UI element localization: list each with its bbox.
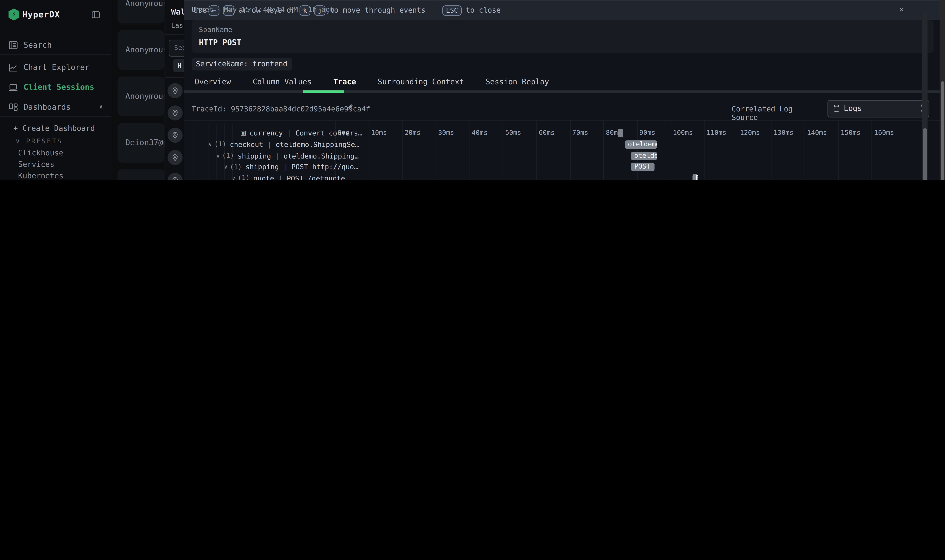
span-name-label: SpanName — [199, 25, 232, 34]
span-service: checkout — [230, 140, 263, 149]
span-label: shipping | oteldemo.Shipping… — [238, 152, 359, 160]
session-email: Anonymous — [125, 45, 165, 54]
service-name-badge[interactable]: ServiceName: frontend — [191, 58, 291, 70]
database-icon — [833, 104, 840, 113]
child-count: (1) — [230, 163, 242, 171]
strip-divider — [165, 77, 184, 78]
session-list-item[interactable]: Anonymous — [117, 30, 164, 70]
span-duration-bar[interactable]: oteldemo — [631, 152, 657, 160]
child-count: (1) — [222, 152, 234, 160]
create-dashboard-button[interactable]: + Create Dashboard — [13, 123, 95, 132]
session-list-item[interactable]: Deion37@gm — [117, 123, 164, 163]
event-badge-location-pin-icon[interactable] — [167, 128, 182, 143]
span-description: Convert convers… — [296, 129, 362, 138]
doc-lines-icon — [9, 40, 19, 50]
events-search-fragment[interactable]: Sea — [169, 40, 184, 57]
sidebar-item-label: Dashboards — [23, 102, 71, 111]
esc-keycap: ESC — [442, 5, 462, 15]
trace-detail-panel: Unset·May 15 1:40:14 PM·1h ago SpanName … — [184, 0, 940, 180]
sidebar-item-label: Chart Explorer — [23, 63, 89, 72]
separator: | — [283, 129, 296, 138]
chevron-down-icon: ∨ — [216, 153, 220, 159]
trace-span-row[interactable]: ∨(1)quote | POST /getquote — [184, 173, 940, 180]
waterfall-scrollbar-thumb[interactable] — [923, 128, 927, 180]
span-duration-bar[interactable] — [618, 129, 623, 138]
preset-clickhouse[interactable]: Clickhouse — [18, 148, 63, 157]
event-badge-location-pin-icon[interactable] — [167, 150, 182, 165]
sidebar: ⚡ HyperDX SearchChart ExplorerClient Ses… — [0, 0, 112, 180]
event-badge-location-pin-icon[interactable] — [167, 105, 182, 120]
status-badge: Unset — [191, 5, 213, 14]
correlated-log-source-label: Correlated Log Source — [732, 105, 823, 122]
sidebar-divider — [0, 54, 111, 55]
sidebar-item-search[interactable]: Search — [0, 35, 111, 55]
span-description: oteldemo.Shipping… — [284, 152, 359, 160]
strip-divider — [165, 34, 184, 35]
span-duration-bar[interactable]: POST ht — [631, 163, 655, 171]
sidebar-item-chart-explorer[interactable]: Chart Explorer — [0, 57, 111, 77]
span-service: shipping — [238, 152, 271, 160]
bar-label: POST ht — [631, 163, 655, 171]
trace-span-row[interactable]: currency | Convert convers… — [184, 128, 940, 139]
app-title: HyperDX — [22, 10, 60, 19]
highlighted-button-fragment[interactable]: H — [173, 59, 184, 72]
page-scrollbar-thumb[interactable] — [940, 82, 944, 180]
session-list-item[interactable]: Anonymous — [117, 0, 164, 23]
separator: | — [271, 152, 284, 160]
span-description: oteldemo.ShippingSe… — [276, 140, 359, 149]
sidebar-collapse-icon[interactable] — [91, 10, 101, 19]
span-name-card: SpanName HTTP POST — [191, 20, 933, 53]
tab-overview[interactable]: Overview — [195, 77, 231, 90]
tab-column-values[interactable]: Column Values — [253, 77, 311, 90]
sidebar-item-label: Search — [23, 40, 52, 49]
preset-services[interactable]: Services — [18, 160, 54, 169]
session-email: Anonymous — [125, 91, 165, 101]
sidebar-item-label: Client Sessions — [23, 83, 94, 92]
event-badge-location-pin-icon[interactable] — [167, 83, 182, 98]
chevron-down-icon: ∨ — [232, 175, 235, 180]
page-scrollbar-track — [940, 0, 945, 180]
presets-header[interactable]: ∨ PRESETS — [16, 137, 62, 145]
session-email: Anonymous — [125, 0, 165, 8]
session-detail-strip: Wal Las Sea H — [165, 0, 185, 180]
hyperdx-logo-icon: ⚡ — [9, 9, 19, 20]
trace-span-row[interactable]: ∨(1)shipping | oteldemo.Shipping… — [184, 150, 940, 162]
close-icon[interactable]: ✕ — [899, 5, 904, 14]
chevron-down-icon: ∨ — [16, 137, 21, 145]
span-label: quote | POST /getquote — [253, 174, 345, 180]
span-label: shipping | POST http://quo… — [245, 163, 358, 171]
span-duration-bar[interactable]: P — [692, 174, 698, 180]
tab-session-replay[interactable]: Session Replay — [486, 77, 549, 90]
chart-line-icon — [9, 62, 19, 72]
log-source-select[interactable]: Logs ∧∨ — [828, 100, 929, 117]
span-label: currency | Convert convers… — [250, 129, 362, 138]
span-duration-bar[interactable]: oteldemo. — [625, 140, 657, 149]
sidebar-item-client-sessions[interactable]: Client Sessions — [0, 77, 111, 97]
tab-trace[interactable]: Trace — [333, 77, 356, 90]
session-title-fragment: Wal — [171, 7, 184, 16]
tab-underline-track — [184, 90, 940, 92]
bar-label: P — [692, 174, 698, 180]
grid-icon — [9, 102, 19, 112]
preset-kubernetes[interactable]: Kubernetes — [18, 171, 63, 180]
session-email: Deion37@gm — [125, 138, 165, 147]
hyperdx-app: ⚡ HyperDX SearchChart ExplorerClient Ses… — [0, 0, 945, 180]
sidebar-item-dashboards[interactable]: Dashboards∧ — [0, 97, 111, 117]
session-subtitle-fragment: Las — [171, 22, 183, 29]
session-list: AnonymousAnonymousAnonymousDeion37@gmWal… — [111, 0, 165, 180]
event-timestamp: May 15 1:40:14 PM — [224, 5, 298, 14]
trace-span-row[interactable]: ∨(1)checkout | oteldemo.ShippingSe… — [184, 139, 940, 150]
event-badge-location-pin-icon[interactable] — [167, 173, 182, 180]
event-header: Unset·May 15 1:40:14 PM·1h ago — [191, 5, 334, 14]
trace-span-row[interactable]: ∨(1)shipping | POST http://quo… — [184, 162, 940, 173]
detail-tabs: OverviewColumn ValuesTraceSurrounding Co… — [184, 77, 945, 90]
separator: | — [263, 140, 276, 149]
chevron-down-icon: ∨ — [209, 142, 212, 148]
span-description: POST /getquote — [287, 174, 345, 180]
tab-surrounding-context[interactable]: Surrounding Context — [378, 77, 464, 90]
separator: | — [279, 163, 291, 171]
session-list-item[interactable]: Walton9@ho — [117, 169, 164, 180]
trace-waterfall: 0ms10ms20ms30ms40ms50ms60ms70ms80ms90ms1… — [184, 120, 940, 180]
session-list-item[interactable]: Anonymous — [117, 77, 164, 116]
edit-trace-icon[interactable] — [345, 103, 354, 112]
